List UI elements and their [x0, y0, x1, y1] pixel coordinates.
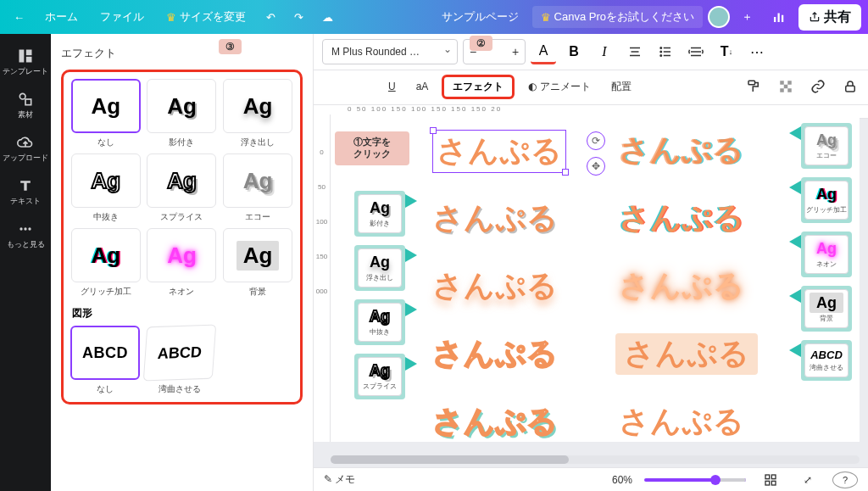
- annotation-step3: ③: [219, 39, 242, 54]
- move-handle-icon[interactable]: ✥: [587, 157, 605, 176]
- zoom-slider[interactable]: [644, 478, 746, 482]
- svg-rect-2: [782, 15, 783, 22]
- vertical-text-button[interactable]: T↓: [714, 39, 739, 64]
- position-button[interactable]: 配置: [604, 76, 638, 98]
- doc-title[interactable]: サンプルページ: [433, 6, 527, 28]
- svg-rect-0: [774, 17, 776, 22]
- sample-text-background[interactable]: さんぷる: [615, 333, 758, 375]
- mini-card[interactable]: Agネオン: [801, 232, 852, 277]
- mini-card[interactable]: Agグリッチ加工: [801, 177, 852, 223]
- effect-neon[interactable]: Agネオン: [147, 228, 218, 298]
- mini-label: 湾曲させる: [810, 363, 843, 372]
- share-button[interactable]: 共有: [798, 4, 861, 31]
- effect-label: 中抜き: [93, 211, 119, 223]
- effect-background[interactable]: Ag背景: [222, 228, 293, 298]
- file-menu[interactable]: ファイル: [92, 6, 153, 28]
- underline-button[interactable]: U: [381, 77, 403, 96]
- text-toolbar: M Plus Rounded … −+ A B I T↓ ⋯: [314, 34, 868, 70]
- resize-button[interactable]: ♛サイズを変更: [158, 6, 254, 28]
- case-button[interactable]: aA: [409, 77, 436, 96]
- rotate-handle-icon[interactable]: ⟳: [587, 131, 605, 150]
- effect-hollow[interactable]: Ag中抜き: [70, 153, 142, 223]
- mini-card[interactable]: Ag中抜き: [354, 299, 405, 345]
- share-label: 共有: [824, 8, 851, 26]
- nav-elements[interactable]: 素材: [0, 84, 51, 127]
- effect-splice[interactable]: Agスプライス: [147, 153, 218, 223]
- sample-text-splice[interactable]: さんぷる: [432, 401, 558, 442]
- animate-button[interactable]: ◐アニメート: [521, 76, 598, 98]
- sample-text-neon[interactable]: さんぷる: [619, 265, 744, 307]
- vertical-ruler: 0 50 100 150 000: [314, 114, 331, 442]
- more-button[interactable]: ⋯: [744, 39, 770, 64]
- italic-button[interactable]: I: [592, 39, 617, 64]
- sample-text-curve[interactable]: さんぷる: [619, 401, 744, 442]
- horizontal-scrollbar[interactable]: [331, 455, 860, 464]
- sample-text-lift[interactable]: さんぷる: [432, 265, 558, 307]
- nav-templates[interactable]: テンプレート: [0, 41, 51, 84]
- effects-grid: Agなし Ag影付き Ag浮き出し Ag中抜き Agスプライス Agエコー Ag…: [70, 79, 293, 298]
- mini-card[interactable]: Ag背景: [801, 286, 852, 332]
- nav-text[interactable]: テキスト: [0, 170, 51, 214]
- back-icon[interactable]: ←: [7, 8, 31, 27]
- list-button[interactable]: [653, 39, 678, 64]
- cloud-sync-icon[interactable]: ☁: [315, 8, 340, 27]
- sample-text-glitch[interactable]: さんぷる: [619, 198, 744, 239]
- align-button[interactable]: [622, 39, 648, 64]
- undo-icon[interactable]: ↶: [259, 8, 282, 27]
- effect-shadow[interactable]: Ag影付き: [147, 79, 218, 148]
- pro-cta[interactable]: ♛Canva Proをお試しください: [532, 6, 703, 28]
- sample-text-echo[interactable]: さんぷる: [619, 130, 744, 171]
- nav-upload[interactable]: アップロード: [0, 127, 51, 170]
- effect-lift[interactable]: Ag浮き出し: [222, 79, 293, 148]
- grid-view-icon[interactable]: [758, 467, 783, 492]
- effects-panel: エフェクト Agなし Ag影付き Ag浮き出し Ag中抜き Agスプライス Ag…: [51, 34, 314, 491]
- effect-label: ネオン: [169, 286, 194, 298]
- sample-text-hollow[interactable]: さんぷる: [432, 333, 558, 375]
- mini-card[interactable]: ABCD湾曲させる: [801, 340, 852, 381]
- svg-point-14: [660, 47, 662, 49]
- canvas[interactable]: ①文字を クリック ⟳ ✥ さんぷる さんぷる さんぷる さんぷる さんぷる さ…: [331, 114, 860, 442]
- effect-glitch[interactable]: Agグリッチ加工: [70, 228, 142, 298]
- ruler-mark: 000: [316, 287, 327, 295]
- spacing-button[interactable]: [683, 39, 709, 64]
- paint-format-icon[interactable]: [741, 74, 766, 99]
- lock-icon[interactable]: [837, 74, 863, 99]
- font-dropdown[interactable]: M Plus Rounded …: [322, 39, 458, 64]
- mini-card[interactable]: Agスプライス: [354, 354, 405, 399]
- insights-icon[interactable]: [765, 6, 793, 28]
- shape-curve[interactable]: ABCD湾曲させる: [145, 326, 214, 395]
- nav-label: もっと見る: [7, 239, 45, 250]
- mini-label: ネオン: [816, 259, 837, 269]
- svg-point-6: [19, 93, 25, 99]
- effects-button[interactable]: エフェクト: [442, 75, 515, 99]
- crown-icon: ♛: [541, 11, 551, 24]
- effect-none[interactable]: Agなし: [70, 79, 142, 148]
- shape-label: なし: [97, 383, 114, 395]
- svg-point-18: [660, 55, 662, 57]
- nav-more[interactable]: もっと見る: [0, 214, 51, 257]
- plus-icon[interactable]: +: [506, 45, 525, 59]
- sample-text-shadow[interactable]: さんぷる: [432, 198, 558, 239]
- help-icon[interactable]: ?: [832, 471, 858, 488]
- mini-card[interactable]: Ag浮き出し: [354, 245, 405, 291]
- mini-card[interactable]: Ag影付き: [354, 191, 405, 237]
- svg-rect-33: [771, 481, 776, 485]
- text-color-button[interactable]: A: [531, 39, 556, 64]
- notes-button[interactable]: ✎ メモ: [324, 472, 355, 487]
- home-button[interactable]: ホーム: [36, 6, 86, 28]
- sample-text-selected[interactable]: さんぷる: [432, 130, 566, 173]
- shape-none[interactable]: ABCDなし: [70, 326, 140, 395]
- svg-rect-29: [846, 86, 855, 92]
- effect-echo[interactable]: Agエコー: [222, 153, 293, 223]
- avatar[interactable]: [708, 6, 730, 28]
- redo-icon[interactable]: ↷: [287, 8, 310, 27]
- add-member-icon[interactable]: ＋: [735, 6, 760, 28]
- fullscreen-icon[interactable]: ⤢: [795, 467, 821, 492]
- bold-button[interactable]: B: [561, 39, 587, 64]
- effects-highlight-box: Agなし Ag影付き Ag浮き出し Ag中抜き Agスプライス Agエコー Ag…: [61, 70, 303, 405]
- transparency-icon[interactable]: [773, 74, 798, 99]
- link-icon[interactable]: [805, 74, 831, 99]
- ruler-mark: 0: [320, 148, 323, 156]
- mini-card[interactable]: Agエコー: [801, 123, 852, 169]
- mini-label: 影付き: [370, 219, 390, 228]
